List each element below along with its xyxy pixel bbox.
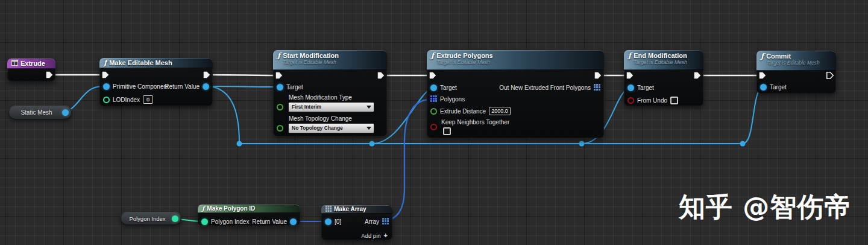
pin-label: From Undo: [637, 97, 667, 104]
node-static-mesh-variable[interactable]: Static Mesh: [8, 106, 72, 119]
extrude-distance-input[interactable]: 2000.0: [489, 107, 511, 115]
node-header: ƒ Make Editable Mesh: [99, 58, 213, 68]
return-value-pin[interactable]: [290, 218, 297, 225]
mesh-modification-type-pin[interactable]: [277, 104, 283, 110]
node-header: ƒ Extrude Polygons Target is Editable Me…: [427, 50, 604, 70]
pin-label: Mesh Topology Change: [289, 115, 352, 122]
function-icon: ƒ: [104, 59, 107, 66]
node-make-polygon-id[interactable]: ƒ Make Polygon ID Polygon Index Return V…: [198, 205, 300, 226]
mesh-topology-change-pin[interactable]: [277, 125, 283, 132]
exec-in-pin[interactable]: [101, 71, 110, 79]
exec-in-pin[interactable]: [429, 71, 437, 80]
chevron-down-icon: [366, 127, 371, 130]
exec-out-pin[interactable]: [826, 71, 834, 80]
pin-label: Target: [637, 84, 654, 91]
primitive-component-pin[interactable]: [103, 83, 110, 90]
node-subtitle: Target is Editable Mesh: [436, 59, 493, 65]
exec-out-pin[interactable]: [203, 71, 211, 79]
static-mesh-output-pin[interactable]: [62, 109, 69, 116]
reroute-node: [740, 141, 746, 147]
node-header: Make Array: [321, 205, 392, 214]
target-pin[interactable]: [760, 84, 767, 91]
lod-index-pin[interactable]: [103, 97, 110, 103]
pin-label: Target: [286, 84, 303, 91]
pin-label: Extrude Distance: [440, 108, 486, 115]
mesh-modification-type-dropdown[interactable]: First Interim: [288, 102, 374, 112]
node-subtitle: Target is Editable Mesh: [634, 59, 687, 65]
node-title: End Modification: [634, 52, 687, 59]
polygon-index-pin[interactable]: [201, 218, 208, 225]
wire-returnvalue-to-startmod-target: [210, 86, 277, 87]
node-extrude-polygons[interactable]: ƒ Extrude Polygons Target is Editable Me…: [427, 50, 604, 138]
target-pin[interactable]: [627, 84, 634, 91]
pin-label: Target: [440, 84, 457, 91]
target-pin[interactable]: [430, 84, 437, 91]
node-title: Commit: [766, 52, 820, 60]
pin-label: Polygons: [440, 96, 465, 103]
node-title: Extrude Polygons: [436, 52, 493, 59]
node-title: Start Modification: [283, 52, 339, 59]
polygons-pin[interactable]: [430, 94, 437, 104]
reroute-node: [370, 141, 375, 147]
wire-returnvalue-down: [210, 86, 239, 144]
wire-exec-makeeditablemesh-to-startmodification: [210, 75, 278, 75]
keep-neighbors-together-checkbox[interactable]: [443, 127, 451, 135]
node-header: ƒ Make Polygon ID: [198, 205, 300, 213]
return-value-pin[interactable]: [203, 83, 209, 90]
node-end-modification[interactable]: ƒ End Modification Target is Editable Me…: [624, 50, 703, 106]
pin-label: Out New Extruded Front Polygons: [499, 84, 591, 91]
pin-label: Target: [770, 84, 787, 91]
function-icon: ƒ: [431, 52, 434, 59]
pin-label: [0]: [335, 218, 341, 225]
from-undo-checkbox[interactable]: [670, 97, 678, 104]
target-pin[interactable]: [277, 84, 283, 91]
watermark: 知乎 @智伤帝: [679, 189, 851, 225]
function-icon: ƒ: [277, 52, 280, 59]
node-header: ƒ End Modification Target is Editable Me…: [624, 50, 703, 70]
pin-label: Return Value: [252, 218, 287, 225]
pin-label: Polygon Index: [211, 218, 249, 225]
node-polygon-index-variable[interactable]: Polygon Index: [121, 212, 181, 225]
pin-label: Array: [365, 218, 379, 225]
node-title: Make Array: [334, 206, 366, 212]
exec-in-pin[interactable]: [626, 71, 634, 80]
node-start-modification[interactable]: ƒ Start Modification Target is Editable …: [273, 50, 387, 136]
make-array-icon: [326, 206, 332, 213]
function-icon: ƒ: [202, 206, 204, 212]
node-header: ƒ Start Modification Target is Editable …: [273, 50, 387, 70]
node-extrude[interactable]: Extrude: [7, 59, 55, 81]
add-pin-button[interactable]: + Add pin: [361, 231, 388, 240]
pin-label: Mesh Modification Type: [289, 94, 352, 101]
polygon-index-output-pin[interactable]: [172, 215, 178, 222]
exec-out-pin[interactable]: [594, 71, 602, 80]
pin-label: Return Value: [165, 83, 200, 90]
mesh-topology-change-dropdown[interactable]: No Topology Change: [288, 123, 374, 133]
lod-index-input[interactable]: 0: [143, 95, 153, 104]
node-subtitle: Target is Editable Mesh: [283, 59, 339, 65]
from-undo-pin[interactable]: [627, 97, 634, 104]
wire-bus-to-commit-target: [743, 88, 760, 144]
variable-label: Polygon Index: [129, 215, 165, 222]
blueprint-graph-canvas[interactable]: Extrude Static Mesh ƒ Make Editable Mesh…: [0, 0, 868, 245]
function-icon: ƒ: [761, 52, 764, 60]
array-output-pin[interactable]: [382, 216, 389, 227]
chevron-down-icon: [366, 106, 371, 109]
node-title: Extrude: [20, 60, 45, 67]
keep-neighbors-together-pin[interactable]: [430, 124, 437, 130]
exec-out-pin[interactable]: [45, 71, 54, 79]
node-title: Make Editable Mesh: [109, 59, 172, 66]
node-make-editable-mesh[interactable]: ƒ Make Editable Mesh Primitive Component…: [99, 58, 213, 106]
extrude-distance-pin[interactable]: [430, 108, 437, 115]
pin-label: Keep Neighbors Together: [441, 119, 509, 126]
out-new-extruded-front-polygons-pin[interactable]: [594, 82, 600, 93]
element-0-pin[interactable]: [325, 218, 332, 225]
node-commit[interactable]: ƒ Commit Target is Editable Mesh Target: [756, 51, 836, 94]
node-title: Make Polygon ID: [207, 205, 255, 212]
exec-out-pin[interactable]: [377, 71, 385, 80]
node-subtitle: Target is Editable Mesh: [766, 60, 820, 66]
exec-out-pin[interactable]: [693, 71, 702, 80]
exec-in-pin[interactable]: [758, 71, 767, 80]
node-make-array[interactable]: Make Array [0] Array + Add pin: [321, 205, 392, 240]
reroute-node: [237, 141, 242, 147]
exec-in-pin[interactable]: [275, 71, 283, 80]
